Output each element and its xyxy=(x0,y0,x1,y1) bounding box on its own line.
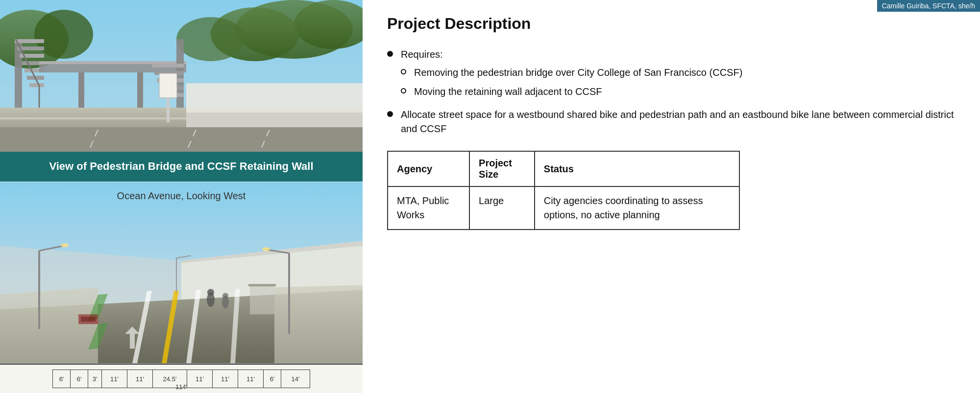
sub-bullet-dot-0-0 xyxy=(401,69,406,74)
svg-rect-14 xyxy=(29,83,44,87)
info-table: Agency Project Size Status MTA, Public W… xyxy=(387,151,740,230)
meas-seg-7: 11' xyxy=(213,370,238,388)
table-row: MTA, Public Works Large City agencies co… xyxy=(388,186,739,230)
right-panel: Project Description Requires: Removing t… xyxy=(363,0,980,393)
sub-bullet-dot-0-1 xyxy=(401,88,406,93)
svg-marker-42 xyxy=(0,287,98,363)
td-status: City agencies coordinating to assess opt… xyxy=(535,186,739,230)
svg-point-6 xyxy=(34,10,93,59)
sub-bullet-list-0: Removing the pedestrian bridge over City… xyxy=(401,66,742,99)
meas-seg-8: 11' xyxy=(238,370,264,388)
svg-rect-62 xyxy=(250,285,274,314)
bridge-photo-svg xyxy=(0,0,363,152)
td-project-size: Large xyxy=(469,186,535,230)
meas-seg-9: 6' xyxy=(264,370,281,388)
bullet-text-1: Allocate street space for a westbound sh… xyxy=(401,109,954,134)
meas-seg-1: 6' xyxy=(71,370,88,388)
svg-rect-8 xyxy=(15,39,44,43)
meas-seg-3: 11' xyxy=(102,370,127,388)
svg-point-4 xyxy=(176,17,245,61)
svg-point-59 xyxy=(207,289,214,296)
photo-top-inner xyxy=(0,0,363,152)
sub-bullet-text-0-0: Removing the pedestrian bridge over City… xyxy=(414,66,742,80)
th-status: Status xyxy=(535,151,739,186)
sub-bullet-item-0-0: Removing the pedestrian bridge over City… xyxy=(401,66,742,80)
measurement-bar: 6' 6' 3' 11' 11' 24.5' 11' 11' 11' 6' 14… xyxy=(0,364,363,393)
bullet-dot-1 xyxy=(387,111,393,117)
table-header: Agency Project Size Status xyxy=(388,151,739,186)
bullet-content-0: Requires: Removing the pedestrian bridge… xyxy=(401,47,742,99)
meas-seg-10: 14' xyxy=(281,370,310,388)
svg-rect-29 xyxy=(186,83,363,113)
svg-rect-32 xyxy=(159,73,177,98)
th-project-size: Project Size xyxy=(469,151,535,186)
meas-seg-6: 11' xyxy=(187,370,213,388)
table-body: MTA, Public Works Large City agencies co… xyxy=(388,186,739,230)
left-panel: View of Pedestrian Bridge and CCSF Retai… xyxy=(0,0,363,393)
meas-seg-4: 11' xyxy=(127,370,153,388)
svg-marker-43 xyxy=(274,285,363,363)
project-title: Project Description xyxy=(387,15,956,33)
bullet-list: Requires: Removing the pedestrian bridge… xyxy=(387,47,956,136)
bullet-item-0: Requires: Removing the pedestrian bridge… xyxy=(387,47,956,99)
svg-rect-63 xyxy=(248,284,276,286)
svg-rect-30 xyxy=(186,113,363,127)
svg-point-52 xyxy=(61,243,69,247)
sub-bullet-item-0-1: Moving the retaining wall adjacent to CC… xyxy=(401,85,742,99)
svg-rect-66 xyxy=(81,317,96,322)
photo-bottom: Ocean Avenue, Looking West xyxy=(0,182,363,393)
bullet-text-0: Requires: xyxy=(401,49,443,60)
sub-bullet-text-0-1: Moving the retaining wall adjacent to CC… xyxy=(414,85,602,99)
total-width: 114' xyxy=(175,383,187,391)
photo-caption: View of Pedestrian Bridge and CCSF Retai… xyxy=(0,152,363,182)
user-badge: Camille Guiriba, SFCTA, she/h xyxy=(877,0,980,12)
th-agency: Agency xyxy=(388,151,469,186)
bullet-dot-0 xyxy=(387,51,393,57)
svg-rect-22 xyxy=(152,64,184,68)
meas-seg-2: 3' xyxy=(88,370,102,388)
photo-bottom-label: Ocean Avenue, Looking West xyxy=(117,190,246,202)
photo-top xyxy=(0,0,363,152)
bullet-content-1: Allocate street space for a westbound sh… xyxy=(401,108,956,136)
meas-seg-0: 6' xyxy=(53,370,71,388)
svg-rect-33 xyxy=(0,127,363,152)
svg-point-55 xyxy=(262,247,270,251)
td-agency: MTA, Public Works xyxy=(388,186,469,230)
table-header-row: Agency Project Size Status xyxy=(388,151,739,186)
svg-point-61 xyxy=(222,293,228,299)
bullet-item-1: Allocate street space for a westbound sh… xyxy=(387,108,956,136)
road-scene-svg xyxy=(0,182,363,364)
